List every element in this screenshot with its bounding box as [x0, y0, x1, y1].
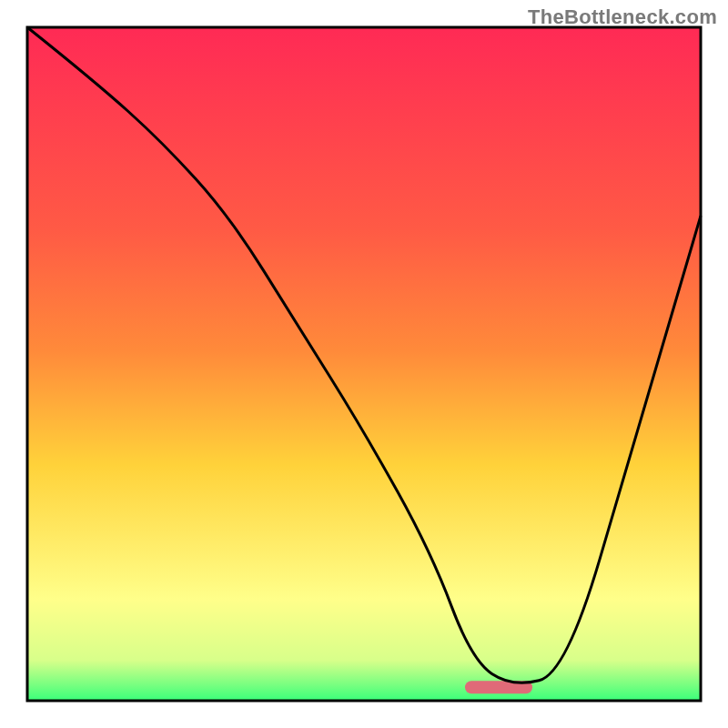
watermark-text: TheBottleneck.com [528, 5, 717, 29]
bottleneck-chart [0, 0, 728, 728]
svg-rect-0 [27, 27, 701, 701]
chart-container: TheBottleneck.com [0, 0, 728, 728]
